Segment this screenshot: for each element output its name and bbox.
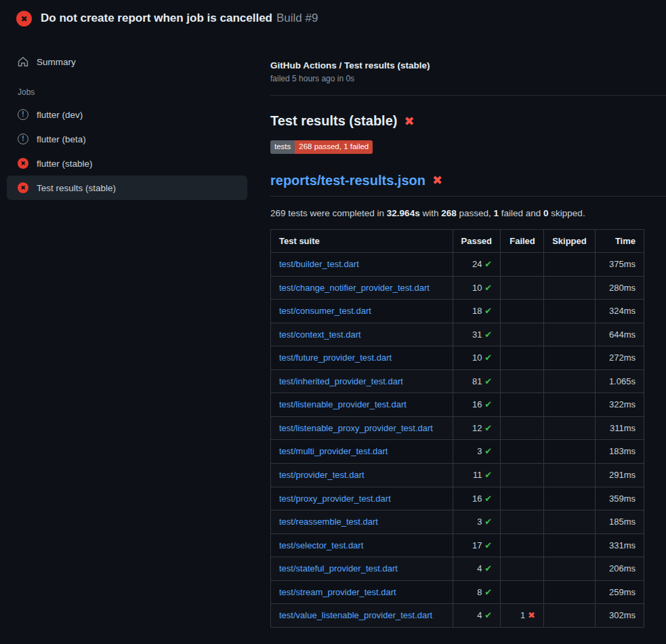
- failed-cell: [501, 557, 544, 581]
- check-icon: ✔: [484, 306, 492, 316]
- count: 10: [472, 283, 484, 293]
- page-title: Do not create report when job is cancell…: [41, 11, 318, 26]
- passed-cell: 18 ✔: [453, 300, 501, 323]
- count: 11: [473, 470, 484, 480]
- check-icon: ✔: [484, 259, 492, 269]
- skipped-cell: [543, 276, 595, 300]
- test-suite-cell: test/stateful_provider_test.dart: [271, 557, 453, 581]
- skipped-cell: [543, 440, 595, 464]
- x-circle-fill-icon: ✖: [18, 158, 28, 169]
- count: 4: [477, 610, 484, 620]
- test-suite-link[interactable]: test/selector_test.dart: [279, 540, 363, 550]
- test-suite-link[interactable]: test/listenable_proxy_provider_test.dart: [279, 423, 433, 433]
- passed-cell: 24 ✔: [453, 253, 501, 277]
- time-cell: 1.065s: [595, 369, 644, 393]
- test-suite-link[interactable]: test/stream_provider_test.dart: [279, 587, 396, 597]
- table-row: test/value_listenable_provider_test.dart…: [271, 604, 644, 628]
- cross-icon: ✖: [528, 610, 535, 620]
- passed-cell: 10 ✔: [453, 276, 501, 300]
- failed-cell: [501, 393, 544, 417]
- sidebar-item-flutter-dev[interactable]: ! flutter (dev): [7, 102, 247, 127]
- skipped-cell: [543, 487, 595, 510]
- check-icon: ✔: [484, 283, 492, 293]
- table-row: test/proxy_provider_test.dart16 ✔359ms: [271, 487, 644, 510]
- test-suite-link[interactable]: test/provider_test.dart: [279, 470, 365, 480]
- table-row: test/context_test.dart31 ✔644ms: [271, 323, 644, 346]
- count: 1: [520, 610, 528, 620]
- passed-cell: 81 ✔: [453, 369, 501, 393]
- count: 16: [472, 399, 484, 409]
- count: 8: [477, 587, 484, 597]
- count: 31: [472, 329, 484, 340]
- test-suite-link[interactable]: test/reassemble_test.dart: [279, 517, 378, 527]
- test-suite-cell: test/proxy_provider_test.dart: [271, 487, 453, 510]
- summary-duration: 32.964s: [387, 208, 420, 218]
- time-cell: 206ms: [595, 557, 644, 581]
- test-suite-link[interactable]: test/context_test.dart: [279, 329, 361, 340]
- test-suite-cell: test/reassemble_test.dart: [271, 510, 453, 534]
- test-suite-link[interactable]: test/builder_test.dart: [279, 259, 359, 269]
- sidebar-item-test-results-stable[interactable]: ✖ Test results (stable): [7, 176, 247, 200]
- test-suite-link[interactable]: test/listenable_provider_test.dart: [279, 399, 407, 409]
- table-row: test/stateful_provider_test.dart4 ✔206ms: [271, 557, 644, 581]
- count: 3: [477, 517, 484, 527]
- count: 24: [472, 259, 484, 269]
- test-suite-link[interactable]: test/value_listenable_provider_test.dart: [279, 610, 432, 620]
- passed-cell: 16 ✔: [453, 393, 501, 417]
- report-link[interactable]: reports/test-results.json: [270, 173, 425, 188]
- check-icon: ✔: [484, 517, 492, 527]
- x-icon: ✖: [404, 115, 414, 127]
- test-suite-cell: test/builder_test.dart: [271, 253, 453, 277]
- passed-cell: 12 ✔: [453, 416, 501, 440]
- x-icon: ✖: [432, 174, 442, 186]
- col-header-passed: Passed: [453, 229, 501, 253]
- test-suite-link[interactable]: test/multi_provider_test.dart: [279, 446, 388, 456]
- run-status: failed 5 hours ago in 0s: [270, 74, 644, 83]
- skipped-cell: [543, 510, 595, 534]
- time-cell: 183ms: [595, 440, 644, 464]
- test-suite-link[interactable]: test/future_provider_test.dart: [279, 353, 392, 363]
- time-cell: 331ms: [595, 534, 644, 557]
- time-cell: 302ms: [595, 604, 644, 628]
- failed-cell: [501, 416, 544, 440]
- sidebar-item-summary[interactable]: Summary: [7, 49, 247, 74]
- check-icon: ✔: [484, 610, 492, 620]
- skipped-cell: [543, 253, 595, 277]
- test-suite-cell: test/change_notifier_provider_test.dart: [271, 276, 453, 300]
- check-icon: ✔: [484, 470, 492, 480]
- test-suite-cell: test/context_test.dart: [271, 323, 453, 346]
- table-row: test/change_notifier_provider_test.dart1…: [271, 276, 644, 300]
- failed-cell: [501, 510, 544, 534]
- count: 10: [472, 353, 484, 363]
- count: 4: [477, 563, 484, 573]
- test-suite-link[interactable]: test/stateful_provider_test.dart: [279, 563, 398, 573]
- summary-skipped-count: 0: [543, 208, 549, 218]
- section-heading-text: Test results (stable): [270, 113, 397, 129]
- failed-cell: [501, 346, 544, 370]
- sidebar-item-flutter-beta[interactable]: ! flutter (beta): [7, 127, 247, 151]
- report-heading: reports/test-results.json ✖: [270, 173, 666, 197]
- test-suite-cell: test/listenable_proxy_provider_test.dart: [271, 416, 453, 440]
- table-header-row: Test suite Passed Failed Skipped Time: [271, 229, 644, 253]
- main-content: GitHub Actions / Test results (stable) f…: [254, 35, 666, 644]
- test-suite-link[interactable]: test/inherited_provider_test.dart: [279, 376, 403, 386]
- alert-circle-icon: !: [18, 109, 28, 120]
- count: 16: [472, 494, 484, 504]
- skipped-cell: [543, 580, 595, 604]
- time-cell: 311ms: [595, 416, 644, 440]
- test-suite-cell: test/future_provider_test.dart: [271, 346, 453, 370]
- failed-cell: 1 ✖: [501, 604, 544, 628]
- skipped-cell: [543, 369, 595, 393]
- table-row: test/future_provider_test.dart10 ✔272ms: [271, 346, 644, 370]
- sidebar-item-flutter-stable[interactable]: ✖ flutter (stable): [7, 151, 247, 176]
- summary-text: with: [420, 208, 442, 218]
- failed-cell: [501, 369, 544, 393]
- test-suite-link[interactable]: test/proxy_provider_test.dart: [279, 494, 391, 504]
- sidebar-item-label: Test results (stable): [37, 183, 116, 193]
- time-cell: 272ms: [595, 346, 644, 370]
- badge-label: tests: [270, 140, 295, 154]
- test-suite-link[interactable]: test/consumer_test.dart: [279, 306, 371, 316]
- test-suite-link[interactable]: test/change_notifier_provider_test.dart: [279, 283, 430, 293]
- check-icon: ✔: [484, 446, 492, 456]
- summary-failed-count: 1: [494, 208, 499, 218]
